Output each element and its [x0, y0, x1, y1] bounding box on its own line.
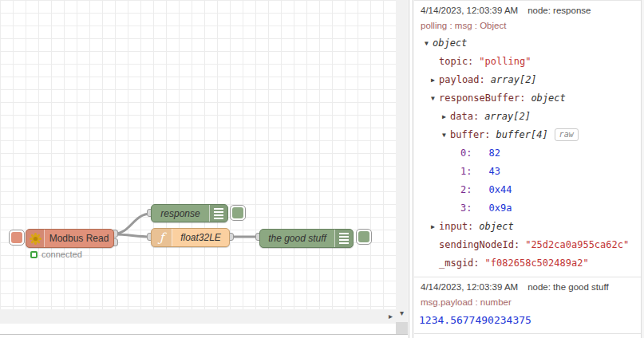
- value-number: 43: [488, 166, 500, 177]
- modbus-node-button[interactable]: [9, 230, 25, 246]
- collapse-arrow-icon[interactable]: ▼: [442, 126, 450, 144]
- tree-row: 2:0x44: [414, 181, 644, 199]
- value-type: array[2]: [484, 111, 531, 122]
- value-string: "f082658c502489a2": [485, 257, 589, 269]
- node-label: the good stuff: [260, 233, 334, 244]
- debug-message: 4/14/2023, 12:03:39 AMnode: response pol…: [414, 0, 644, 277]
- sidebar-resize-divider[interactable]: [409, 0, 413, 338]
- buffer-index-key: 1:: [460, 166, 472, 177]
- value-type: object: [433, 37, 467, 49]
- tree-row: ▼buffer:buffer[4]raw: [414, 126, 644, 144]
- expand-arrow-icon[interactable]: ▶: [431, 71, 439, 89]
- goodstuff-debug-toggle-button[interactable]: [356, 229, 372, 245]
- tree-row: ▼responseBuffer:object: [414, 89, 644, 108]
- message-path: polling : msg : Object: [414, 18, 644, 34]
- expand-arrow-icon[interactable]: ▶: [431, 218, 439, 236]
- object-key: topic:: [439, 56, 473, 67]
- raw-button[interactable]: raw: [555, 128, 579, 141]
- scrollbar-corner: [396, 322, 408, 335]
- horizontal-scrollbar[interactable]: ▸: [0, 309, 396, 324]
- wire-modbus-to-response[interactable]: [114, 214, 151, 234]
- debug-message: 4/14/2023, 12:03:39 AMnode: the good stu…: [414, 277, 644, 334]
- buffer-index-key: 3:: [460, 202, 472, 214]
- object-key: _msgid:: [439, 257, 480, 269]
- modbus-icon: [26, 230, 45, 247]
- tree-row: 0:82: [414, 144, 644, 163]
- value-string: "25d2ca0a955ca62c": [525, 239, 629, 250]
- value-type: buffer[4]: [496, 129, 548, 140]
- tree-row: topic:"polling": [414, 53, 644, 71]
- collapse-arrow-icon[interactable]: ▼: [431, 89, 439, 108]
- object-key: responseBuffer:: [439, 92, 525, 104]
- debug-list-icon: [334, 230, 353, 247]
- value-type: object: [479, 221, 513, 232]
- value-number: 0x44: [488, 184, 512, 195]
- wire-modbus-to-float32[interactable]: [114, 234, 151, 237]
- response-debug-toggle-button[interactable]: [230, 205, 246, 221]
- modbus-node-status: connected: [30, 250, 82, 259]
- payload-value: 1234.5677490234375: [414, 311, 644, 329]
- object-key: payload:: [439, 74, 485, 85]
- status-label: connected: [41, 250, 82, 259]
- node-float32le[interactable]: ƒ float32LE: [151, 228, 230, 247]
- tree-row: sendingNodeId:"25d2ca0a955ca62c": [414, 236, 644, 254]
- tree-row: _msgid:"f082658c502489a2": [414, 254, 644, 273]
- node-label: float32LE: [172, 232, 229, 243]
- wires-layer: [0, 0, 396, 309]
- message-meta: 4/14/2023, 12:03:39 AMnode: the good stu…: [414, 280, 644, 295]
- object-key: data:: [450, 111, 479, 122]
- tree-row: ▶data:array[2]: [414, 108, 644, 126]
- value-number: 82: [488, 147, 500, 159]
- tree-row: ▶input:object: [414, 218, 644, 236]
- scroll-down-arrow-icon[interactable]: ▾: [396, 308, 408, 319]
- flow-canvas[interactable]: Modbus Read connected response ƒ float32…: [0, 0, 396, 309]
- node-label: response: [152, 208, 209, 219]
- debug-list-icon: [209, 205, 227, 222]
- tree-row: 1:43: [414, 163, 644, 181]
- object-tree: ▼object topic:"polling" ▶payload:array[2…: [414, 34, 644, 273]
- object-key: sendingNodeId:: [439, 239, 520, 250]
- collapse-arrow-icon[interactable]: ▼: [425, 34, 433, 53]
- node-the-good-stuff[interactable]: the good stuff: [259, 229, 354, 248]
- value-string: "polling": [479, 56, 531, 67]
- tree-row: ▶payload:array[2]: [414, 71, 644, 89]
- value-type: array[2]: [491, 74, 537, 85]
- workspace-bottom-border: [0, 334, 408, 335]
- message-path: msg.payload : number: [414, 295, 644, 311]
- sidebar-scrollbar-edge[interactable]: [641, 0, 644, 338]
- status-connected-icon: [30, 251, 38, 258]
- timestamp: 4/14/2023, 12:03:39 AM: [421, 282, 518, 292]
- value-number: 0x9a: [488, 202, 512, 214]
- node-label: Modbus Read: [45, 233, 113, 244]
- vertical-scrollbar[interactable]: ▾: [396, 0, 408, 322]
- tree-row: ▼object: [414, 34, 644, 53]
- source-node: node: the good stuff: [527, 282, 608, 292]
- message-meta: 4/14/2023, 12:03:39 AMnode: response: [414, 3, 644, 18]
- source-node: node: response: [527, 6, 591, 15]
- tree-row: 3:0x9a: [414, 199, 644, 218]
- node-response[interactable]: response: [151, 204, 228, 222]
- expand-arrow-icon[interactable]: ▶: [442, 108, 450, 126]
- object-key: buffer:: [450, 129, 491, 140]
- object-key: input:: [439, 221, 473, 232]
- debug-sidebar: 4/14/2023, 12:03:39 AMnode: response pol…: [414, 0, 644, 338]
- buffer-index-key: 2:: [460, 184, 472, 195]
- buffer-index-key: 0:: [460, 147, 472, 159]
- scroll-right-arrow-icon[interactable]: ▸: [389, 311, 393, 322]
- node-modbus-read[interactable]: Modbus Read: [26, 229, 114, 248]
- function-icon: ƒ: [152, 229, 172, 246]
- timestamp: 4/14/2023, 12:03:39 AM: [421, 6, 518, 15]
- value-type: object: [531, 92, 565, 104]
- node-red-window: Modbus Read connected response ƒ float32…: [0, 0, 644, 338]
